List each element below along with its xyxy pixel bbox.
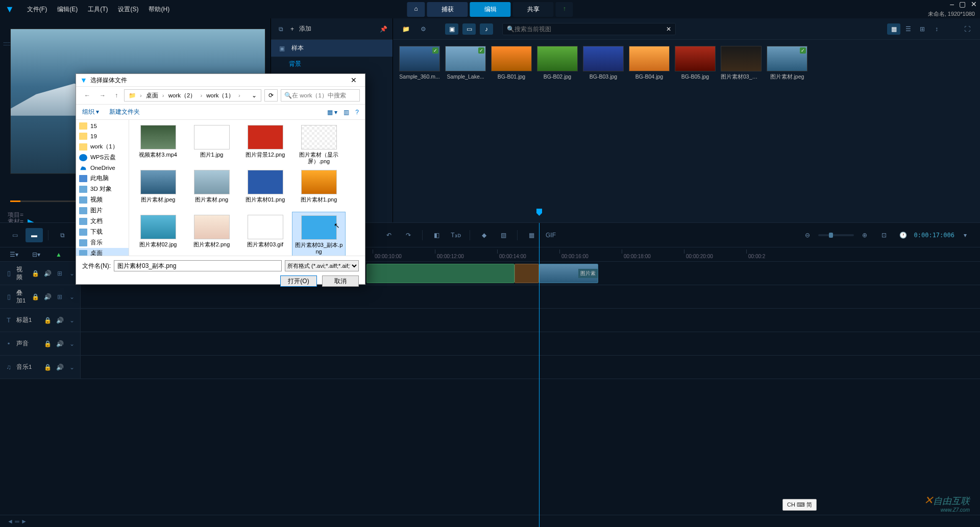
clock-icon[interactable]: 🕐 [895, 228, 912, 242]
view-list-icon[interactable]: ☰ [901, 23, 915, 35]
mute-icon[interactable]: 🔊 [42, 270, 53, 277]
playhead[interactable] [539, 223, 540, 527]
sort-icon[interactable]: ↕ [930, 23, 943, 35]
organize-menu[interactable]: 组织 ▾ [82, 108, 99, 116]
tab-share[interactable]: 共享 [513, 2, 554, 17]
lock-icon[interactable]: 🔒 [30, 293, 40, 300]
file-item[interactable]: 图片素材1.png [292, 167, 346, 212]
tl-gif-icon[interactable]: GIF [542, 228, 559, 242]
tl-fx2-icon[interactable]: ▧ [495, 228, 512, 242]
sidebar-item[interactable]: WPS云盘 [76, 152, 129, 163]
mute-icon[interactable]: 🔊 [55, 317, 65, 324]
sidebar-item[interactable]: 图片 [76, 205, 129, 216]
dialog-search[interactable]: 🔍 [281, 89, 360, 102]
file-item[interactable]: 图片素材03_副本.png [292, 212, 346, 256]
menu-item[interactable]: 工具(T) [83, 4, 113, 15]
filter-image-icon[interactable]: ▣ [445, 23, 458, 35]
add-button[interactable]: 添加 [299, 24, 311, 33]
maximize-button[interactable]: ▢ [959, 0, 966, 8]
refresh-button[interactable]: ⟳ [264, 89, 278, 102]
media-search[interactable]: 🔍 ✕ [502, 23, 676, 35]
open-button[interactable]: 打开(O) [280, 275, 317, 287]
chevron-icon[interactable]: ⌄ [67, 364, 77, 371]
file-item[interactable]: 图片素材02.jpg [131, 212, 185, 256]
filename-input[interactable] [114, 260, 282, 271]
view-mode-icon[interactable]: ▦ ▾ [327, 109, 337, 116]
sidebar-item[interactable]: 下载 [76, 227, 129, 237]
sample-category[interactable]: 样本 [291, 44, 386, 53]
mute-icon[interactable]: 🔊 [42, 293, 53, 300]
tracks-options-icon[interactable]: ⊟▾ [28, 247, 45, 262]
sidebar-item[interactable]: 视频 [76, 194, 129, 205]
media-item[interactable]: ✓Sample_Lake... [445, 46, 486, 81]
menu-item[interactable]: 帮助(H) [143, 4, 175, 15]
preview-pane-icon[interactable]: ▥ [344, 109, 349, 116]
sidebar-item[interactable]: 15 [76, 121, 129, 131]
filter-video-icon[interactable]: ▭ [462, 23, 476, 35]
pin-icon[interactable]: 📌 [380, 26, 387, 33]
tl-timeline-icon[interactable]: ▬ [26, 228, 43, 242]
tl-redo-icon[interactable]: ↷ [400, 228, 417, 242]
file-item[interactable]: 图片素材.jpeg [131, 167, 185, 212]
zoom-in-icon[interactable]: ⊕ [856, 228, 873, 242]
tl-tool1-icon[interactable]: ⧉ [54, 228, 71, 242]
tl-fx1-icon[interactable]: ◆ [475, 228, 493, 242]
media-item[interactable]: BG-B01.jpg [491, 46, 532, 81]
menu-item[interactable]: 编辑(E) [52, 4, 83, 15]
dialog-close-button[interactable]: ✕ [347, 75, 361, 85]
file-item[interactable]: 视频素材3.mp4 [131, 122, 185, 167]
sidebar-item[interactable]: 此电脑 [76, 173, 129, 184]
sidebar-item[interactable]: work（1） [76, 141, 129, 152]
nav-back-icon[interactable]: ← [81, 91, 93, 100]
nav-up-icon[interactable]: ↑ [112, 91, 121, 100]
zoom-fit-icon[interactable]: ⊡ [875, 228, 893, 242]
tab-home[interactable]: ⌂ [407, 2, 425, 17]
chevron-icon[interactable]: ⌄ [67, 317, 77, 324]
extra-icon[interactable]: ⊞ [55, 293, 65, 300]
sidebar-item[interactable]: 文档 [76, 216, 129, 227]
sidebar-item[interactable]: 桌面 [76, 248, 129, 256]
minimize-button[interactable]: – [950, 0, 954, 8]
view-tiles-icon[interactable]: ⊞ [916, 23, 929, 35]
lock-icon[interactable]: 🔒 [42, 340, 53, 347]
import-folder-icon[interactable]: 📁 [399, 23, 412, 35]
media-item[interactable]: BG-B02.jpg [537, 46, 578, 81]
tab-edit[interactable]: 编辑 [470, 2, 511, 17]
file-item[interactable]: 图片素材01.png [238, 167, 292, 212]
close-button[interactable]: ✕ [971, 0, 977, 8]
view-grid-icon[interactable]: ▦ [887, 23, 900, 35]
file-filter-select[interactable]: 所有格式 (*.avi;*.aiff;*.aif;*.aifc [285, 260, 359, 271]
help-icon[interactable]: ? [355, 109, 359, 116]
file-item[interactable]: 图片背景12.png [238, 122, 292, 167]
cancel-button[interactable]: 取消 [322, 275, 359, 287]
tl-undo-icon[interactable]: ↶ [380, 228, 398, 242]
tl-scroll-handle-icon[interactable]: ◄ ═ ► [7, 518, 27, 525]
sidebar-item[interactable]: 19 [76, 131, 129, 141]
media-item[interactable]: ✓图片素材.jpeg [767, 46, 807, 81]
background-category[interactable]: 背景 [289, 57, 393, 71]
media-item[interactable]: BG-B05.jpg [675, 46, 716, 81]
media-search-input[interactable] [514, 26, 666, 33]
file-item[interactable]: 图片素材03.gif [238, 212, 292, 256]
file-item[interactable]: 图片素材2.png [185, 212, 238, 256]
dialog-search-input[interactable] [292, 92, 356, 98]
address-bar[interactable]: 📁› 桌面› work（2）› work（1）› ⌄ [124, 89, 261, 102]
upload-icon[interactable]: ↑ [556, 2, 573, 17]
mute-icon[interactable]: 🔊 [55, 364, 65, 371]
chevron-icon[interactable]: ⌄ [67, 293, 77, 300]
filter-audio-icon[interactable]: ♪ [480, 23, 493, 35]
tl-crop-icon[interactable]: ◧ [428, 228, 445, 242]
tl-storyboard-icon[interactable]: ▭ [6, 228, 23, 242]
sidebar-item[interactable]: 音乐 [76, 237, 129, 248]
file-item[interactable]: 图片素材.png [185, 167, 238, 212]
tracks-menu-icon[interactable]: ☰▾ [5, 247, 22, 262]
tl-text-icon[interactable]: T₃ᴅ [447, 228, 464, 242]
tl-settings-icon[interactable]: ▾ [957, 228, 974, 242]
sidebar-item[interactable]: OneDrive [76, 163, 129, 173]
sidebar-item[interactable]: 3D 对象 [76, 184, 129, 194]
nav-fwd-icon[interactable]: → [96, 91, 109, 100]
expand-icon[interactable]: ⛶ [961, 23, 974, 35]
media-item[interactable]: BG-B04.jpg [629, 46, 670, 81]
chevron-icon[interactable]: ⌄ [67, 340, 77, 347]
menu-item[interactable]: 文件(F) [22, 4, 52, 15]
